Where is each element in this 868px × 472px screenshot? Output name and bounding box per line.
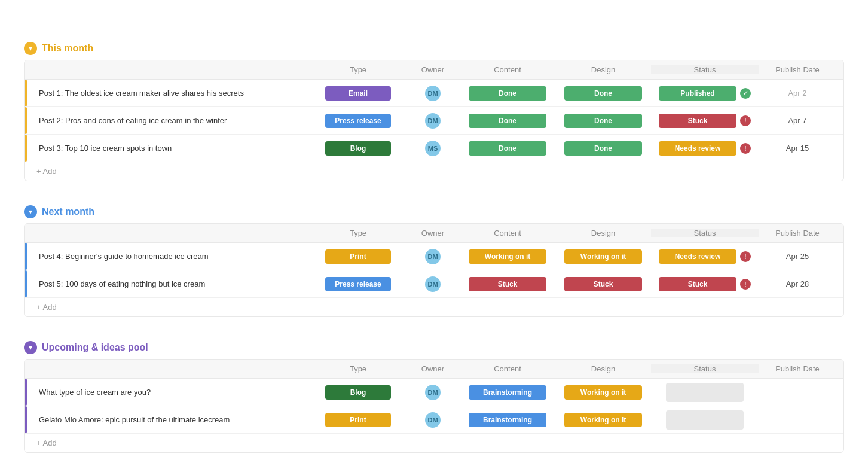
table: Type Owner Content Design Status Publish… [24,359,844,453]
type-cell: Print [310,249,406,264]
table-row: Post 2: Pros and cons of eating ice crea… [25,107,843,135]
content-cell: Done [460,114,555,128]
status-badge: Stuck [659,277,736,291]
content-badge: Brainstorming [469,385,546,400]
publish-date: Apr 28 [786,279,809,288]
type-cell: Blog [310,385,406,400]
section-title: Next month [42,206,94,217]
type-cell: Press release [310,114,406,128]
publish-date: Apr 25 [786,252,809,261]
col-content: Content [460,65,555,74]
col-name [32,65,310,74]
type-cell: Press release [310,277,406,291]
owner-cell: DM [406,84,460,102]
row-bar [25,406,27,433]
type-badge: Email [325,86,391,101]
table-row: Post 5: 100 days of eating nothing but i… [25,270,843,298]
col-name [32,229,310,237]
type-cell: Blog [310,141,406,156]
design-badge: Stuck [564,277,642,291]
status-empty [666,410,744,430]
row-bar [25,107,27,134]
row-name: Post 2: Pros and cons of eating ice crea… [32,116,310,125]
row-bar [25,243,27,270]
content-badge: Done [469,86,546,101]
row-bar [25,379,27,406]
type-cell: Email [310,86,406,101]
row-name: Gelato Mio Amore: epic pursuit of the ul… [32,415,310,424]
design-cell: Stuck [555,277,651,291]
status-icon: ! [740,251,751,262]
status-badge: Needs review [659,249,736,264]
date-cell: Apr 7 [759,116,836,125]
row-name: Post 1: The oldest ice cream maker alive… [32,89,310,98]
content-cell: Brainstorming [460,385,555,400]
section-icon[interactable]: ▾ [24,42,37,55]
content-badge: Stuck [469,277,546,291]
col-status: Status [651,65,759,74]
table: Type Owner Content Design Status Publish… [24,60,844,181]
avatar: DM [424,248,442,266]
section-icon[interactable]: ▾ [24,205,37,218]
design-badge: Done [564,141,642,156]
table-header: Type Owner Content Design Status Publish… [25,60,843,80]
content-cell: Brainstorming [460,413,555,427]
design-cell: Working on it [555,413,651,427]
content-cell: Stuck [460,277,555,291]
content-badge: Working on it [469,249,546,264]
col-owner: Owner [406,65,460,74]
status-badge: Needs review [659,141,736,156]
owner-cell: DM [406,383,460,401]
row-name: Post 5: 100 days of eating nothing but i… [32,279,310,288]
type-badge: Print [325,249,391,264]
status-icon: ✓ [740,88,751,99]
col-date: Publish Date [759,364,836,373]
col-status: Status [651,229,759,237]
owner-cell: DM [406,112,460,130]
row-bar [25,270,27,297]
section-icon[interactable]: ▾ [24,341,37,354]
table-row: What type of ice cream are you? Blog DM … [25,379,843,406]
owner-cell: DM [406,411,460,429]
section-title: This month [42,43,93,54]
avatar: DM [424,112,442,130]
add-row-button[interactable]: + Add [25,162,843,181]
add-row-button[interactable]: + Add [25,434,843,452]
date-cell: Apr 25 [759,252,836,261]
section-this-month: ▾ This month Type Owner Content Design S… [24,42,844,181]
section-next-month: ▾ Next month Type Owner Content Design S… [24,205,844,317]
col-content: Content [460,364,555,373]
section-header: ▾ Next month [24,205,844,218]
col-content: Content [460,229,555,237]
design-cell: Done [555,86,651,101]
row-bar [25,135,27,162]
status-empty [666,383,744,402]
add-row-button[interactable]: + Add [25,298,843,316]
table-row: Post 1: The oldest ice cream maker alive… [25,80,843,107]
table-row: Post 4: Beginner's guide to homemade ice… [25,243,843,270]
status-icon: ! [740,143,751,154]
avatar: DM [424,383,442,401]
date-cell: Apr 15 [759,144,836,153]
row-bar [25,80,27,106]
content-cell: Done [460,141,555,156]
col-type: Type [310,229,406,237]
col-date: Publish Date [759,229,836,237]
type-badge: Blog [325,385,391,400]
content-badge: Done [469,141,546,156]
avatar: DM [424,275,442,293]
section-title: Upcoming & ideas pool [42,342,148,353]
row-name: Post 3: Top 10 ice cream spots in town [32,144,310,153]
type-badge: Blog [325,141,391,156]
avatar: DM [424,411,442,429]
col-type: Type [310,65,406,74]
design-badge: Working on it [564,249,642,264]
col-design: Design [555,364,651,373]
content-cell: Done [460,86,555,101]
content-badge: Done [469,114,546,128]
section-header: ▾ Upcoming & ideas pool [24,341,844,354]
publish-date: Apr 15 [786,144,809,153]
design-badge: Working on it [564,413,642,427]
type-badge: Print [325,413,391,427]
design-badge: Working on it [564,385,642,400]
